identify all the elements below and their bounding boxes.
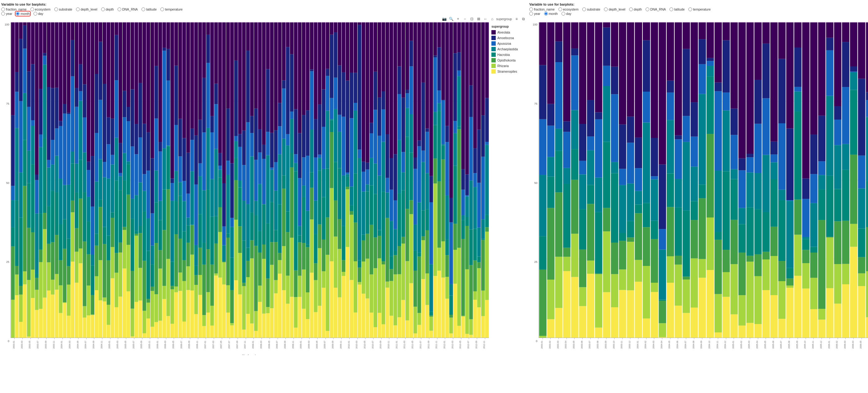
svg-rect-1244 [810,253,818,278]
svg-rect-1280 [842,42,849,87]
svg-rect-447 [230,290,234,323]
svg-rect-1151 [714,91,722,171]
svg-rect-938 [473,173,477,187]
svg-rect-1301 [866,181,868,227]
legend-label-opisthokonta-left: Opisthokonta [497,59,516,62]
svg-rect-526 [270,265,274,309]
svg-rect-976 [539,65,547,119]
svg-rect-904 [457,126,461,129]
radio-substrate-right[interactable]: substrate [582,7,600,11]
svg-rect-518 [266,307,270,313]
svg-rect-1076 [643,227,650,266]
radio-substrate-left[interactable]: substrate [54,7,72,11]
svg-rect-1295 [858,156,866,189]
svg-rect-580 [294,22,298,109]
svg-rect-53 [35,310,39,338]
radio-temperature-left[interactable]: temperature [160,7,183,11]
svg-rect-1226 [794,276,802,338]
svg-rect-390 [202,315,206,326]
svg-rect-979 [547,280,555,319]
svg-rect-531 [270,133,274,168]
svg-rect-1089 [651,22,658,138]
radio-fraction-name-left[interactable]: fraction_name [1,7,27,11]
radio-month-right[interactable]: month [544,12,558,16]
svg-rect-349 [182,321,186,338]
svg-rect-510 [262,259,266,314]
svg-rect-163 [87,162,91,170]
pan-icon-left[interactable]: ↔ [483,16,488,22]
svg-rect-502 [258,285,262,302]
svg-rect-165 [91,315,94,338]
svg-rect-527 [270,242,274,265]
svg-rect-429 [222,285,226,338]
svg-rect-481 [246,204,250,248]
svg-rect-571 [290,54,294,112]
svg-rect-1160 [722,40,730,92]
radio-latitude-right[interactable]: latitude [670,7,685,11]
svg-rect-1088 [651,138,658,176]
radio-depth-left[interactable]: depth [101,7,114,11]
svg-rect-955 [481,115,485,157]
svg-rect-905 [457,76,461,126]
select-icon-left[interactable]: ⊡ [469,16,475,22]
svg-rect-1136 [699,39,706,64]
settings-icon-left[interactable]: ≡ [514,16,519,22]
zoom-in-icon-left[interactable]: 🔍 [448,16,454,22]
radio-ecosystem-right[interactable]: ecosystem [558,7,579,11]
x-tick-item: 2005-05 [762,338,770,354]
radio-year-left[interactable]: year [1,12,12,16]
svg-rect-1303 [866,100,868,117]
svg-rect-1113 [675,22,682,136]
minus-icon-left[interactable]: − [462,16,468,22]
expand-icon-left[interactable]: ⧉ [521,16,526,22]
svg-rect-337 [174,171,178,201]
svg-rect-1268 [834,221,842,264]
radio-ecosystem-left[interactable]: ecosystem [30,7,51,11]
svg-rect-219 [115,35,118,80]
radio-depth-level-right[interactable]: depth_level [604,7,625,11]
svg-rect-1246 [810,203,818,247]
radio-depth-right[interactable]: depth [629,7,642,11]
svg-rect-811 [409,41,413,66]
radio-fraction-name-right[interactable]: fraction_name [529,7,555,11]
x-tick-item: 2010-03 [353,338,362,354]
radio-temperature-right[interactable]: temperature [688,7,711,11]
radio-day-left[interactable]: day [33,12,43,16]
svg-rect-994 [563,271,570,338]
svg-rect-722 [366,170,370,185]
svg-rect-432 [222,261,226,261]
radio-year-right[interactable]: year [529,12,540,16]
svg-rect-141 [79,263,83,338]
svg-rect-710 [362,261,366,294]
svg-rect-465 [238,180,242,187]
svg-rect-480 [246,248,250,261]
svg-rect-560 [286,211,290,232]
svg-rect-1208 [770,142,778,155]
svg-rect-230 [123,230,126,269]
svg-rect-477 [246,314,250,338]
radio-day-right[interactable]: day [561,12,571,16]
svg-rect-466 [238,147,242,180]
lasso-icon-left[interactable]: ⊠ [476,16,482,22]
x-tick-item: 2004-06 [674,338,682,354]
svg-rect-380 [194,22,198,136]
svg-rect-1237 [802,239,810,250]
radio-depth-level-left[interactable]: depth_level [76,7,97,11]
radio-dna-rna-left[interactable]: DNA_RNA [118,7,138,11]
svg-rect-40 [27,183,31,228]
svg-rect-872 [441,146,445,160]
camera-icon-left[interactable]: 📷 [442,16,447,22]
y-tick-75-right: 75 [534,102,537,105]
radio-latitude-left[interactable]: latitude [142,7,157,11]
svg-rect-377 [194,245,198,266]
svg-rect-671 [342,260,346,272]
svg-rect-334 [174,286,178,292]
radio-dna-rna-right[interactable]: DNA_RNA [646,7,666,11]
svg-rect-1292 [858,257,866,273]
radio-month-left[interactable]: month [16,12,29,16]
svg-rect-289 [151,246,154,264]
svg-rect-597 [306,319,310,338]
svg-rect-1234 [802,289,810,338]
reset-icon-left[interactable]: ⌂ [490,16,495,22]
plus-icon-left[interactable]: + [456,16,461,22]
